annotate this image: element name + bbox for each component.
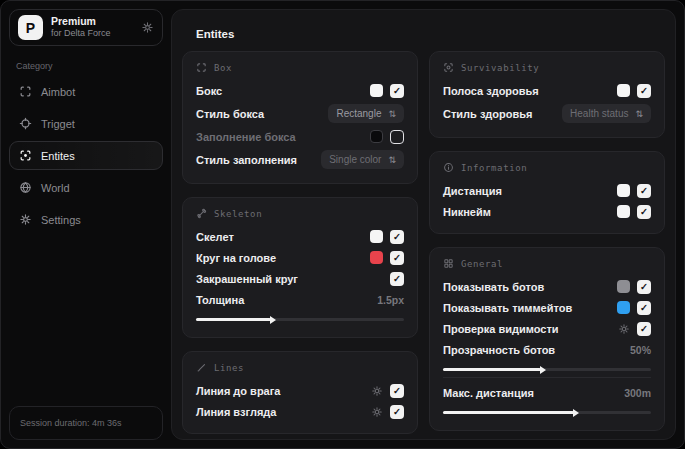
sidebar-item-entites[interactable]: Entites	[9, 141, 163, 170]
slider-value: 1.5px	[377, 294, 404, 306]
dropdown[interactable]: Health status ⇅	[562, 104, 651, 123]
setting-row: Закрашенный круг	[196, 268, 404, 289]
checkbox[interactable]	[390, 405, 404, 419]
setting-row: Скелет	[196, 226, 404, 247]
divider	[443, 377, 651, 378]
box-card: Box Бокс Стиль бокса Rectangle ⇅	[182, 51, 418, 184]
sidebar-item-trigget[interactable]: Trigget	[9, 109, 163, 138]
pencil-line-icon	[196, 362, 207, 373]
setting-label: Линия до врага	[196, 385, 280, 397]
color-swatch[interactable]	[370, 251, 383, 264]
setting-label: Закрашенный круг	[196, 273, 298, 285]
setting-row: Стиль заполнения Single color ⇅	[196, 147, 404, 172]
gear-icon[interactable]	[371, 406, 383, 418]
card-title: Survivability	[461, 63, 539, 73]
checkbox[interactable]	[390, 84, 404, 98]
color-swatch[interactable]	[617, 301, 630, 314]
bot-opacity-slider[interactable]	[443, 368, 651, 371]
setting-row: Показывать ботов	[443, 276, 651, 297]
card-title: Information	[461, 163, 527, 173]
max-distance-slider[interactable]	[443, 411, 651, 414]
color-swatch[interactable]	[370, 230, 383, 243]
checkbox[interactable]	[637, 205, 651, 219]
sidebar: P Premium for Delta Force Category Aimbo…	[1, 1, 171, 448]
dropdown[interactable]: Rectangle ⇅	[328, 104, 404, 123]
gear-icon[interactable]	[618, 323, 630, 335]
checkbox[interactable]	[637, 184, 651, 198]
dropdown[interactable]: Single color ⇅	[321, 150, 404, 169]
main-panel: Entites Box Бокс	[171, 9, 676, 440]
color-swatch[interactable]	[370, 130, 383, 143]
slider-fill	[443, 411, 574, 414]
brand-subtitle: for Delta Force	[51, 28, 111, 39]
chevron-expand-icon: ⇅	[388, 109, 396, 119]
brand-name: Premium	[51, 15, 111, 28]
globe-icon	[19, 181, 32, 194]
checkbox[interactable]	[390, 230, 404, 244]
gear-icon	[19, 213, 32, 226]
category-label: Category	[16, 61, 163, 71]
setting-label: Круг на голове	[196, 252, 276, 264]
setting-label: Скелет	[196, 231, 234, 243]
setting-label: Толщина	[196, 294, 244, 306]
setting-row: Макс. дистанция 300m	[443, 382, 651, 403]
checkbox[interactable]	[390, 272, 404, 286]
setting-label: Макс. дистанция	[443, 387, 534, 399]
setting-row: Заполнение бокса	[196, 126, 404, 147]
slider-value: 50%	[630, 344, 651, 356]
sidebar-item-label: World	[41, 182, 70, 194]
color-swatch[interactable]	[617, 184, 630, 197]
gear-icon[interactable]	[141, 21, 154, 34]
checkbox[interactable]	[390, 384, 404, 398]
color-swatch[interactable]	[617, 84, 630, 97]
sidebar-item-label: Aimbot	[41, 86, 75, 98]
slider-fill	[443, 368, 541, 371]
color-swatch[interactable]	[617, 280, 630, 293]
checkbox[interactable]	[637, 322, 651, 336]
checkbox[interactable]	[637, 84, 651, 98]
chevron-expand-icon: ⇅	[635, 109, 643, 119]
grid-icon	[443, 258, 454, 269]
scan-circle-icon	[443, 62, 454, 73]
card-title: General	[461, 259, 503, 269]
brand-card: P Premium for Delta Force	[9, 9, 163, 46]
dropdown-value: Rectangle	[336, 108, 381, 119]
card-title: Skeleton	[214, 209, 262, 219]
skeleton-card: Skeleton Скелет Круг на голове	[182, 197, 418, 338]
checkbox[interactable]	[390, 251, 404, 265]
setting-row: Прозрачность ботов 50%	[443, 339, 651, 360]
sidebar-item-settings[interactable]: Settings	[9, 205, 163, 234]
thickness-slider[interactable]	[196, 318, 404, 321]
setting-label: Дистанция	[443, 185, 502, 197]
checkbox[interactable]	[390, 130, 404, 144]
checkbox[interactable]	[637, 301, 651, 315]
sidebar-item-label: Trigget	[41, 118, 75, 130]
setting-row: Линия до врага	[196, 380, 404, 401]
crosshair-icon	[19, 117, 32, 130]
gear-icon[interactable]	[371, 385, 383, 397]
page-title: Entites	[196, 28, 665, 40]
setting-label: Стиль бокса	[196, 108, 264, 120]
chevron-expand-icon: ⇅	[388, 155, 396, 165]
setting-label: Стиль заполнения	[196, 154, 297, 166]
setting-row: Стиль бокса Rectangle ⇅	[196, 101, 404, 126]
lines-card: Lines Линия до врага Линия взгляда	[182, 351, 418, 434]
entities-scan-icon	[19, 149, 32, 162]
setting-row: Бокс	[196, 80, 404, 101]
setting-label: Показывать ботов	[443, 281, 544, 293]
color-swatch[interactable]	[370, 84, 383, 97]
setting-label: Проверка видимости	[443, 323, 559, 335]
dropdown-value: Single color	[329, 154, 381, 165]
slider-fill	[196, 318, 271, 321]
color-swatch[interactable]	[617, 205, 630, 218]
info-icon	[443, 162, 454, 173]
app-window: P Premium for Delta Force Category Aimbo…	[0, 0, 685, 449]
sidebar-item-aimbot[interactable]: Aimbot	[9, 77, 163, 106]
checkbox[interactable]	[637, 280, 651, 294]
survivability-card: Survivability Полоса здоровья Стиль здор…	[429, 51, 665, 138]
setting-row: Толщина 1.5px	[196, 289, 404, 310]
setting-row: Полоса здоровья	[443, 80, 651, 101]
session-duration: Session duration: 4m 36s	[9, 406, 163, 440]
dropdown-value: Health status	[570, 108, 628, 119]
sidebar-item-world[interactable]: World	[9, 173, 163, 202]
